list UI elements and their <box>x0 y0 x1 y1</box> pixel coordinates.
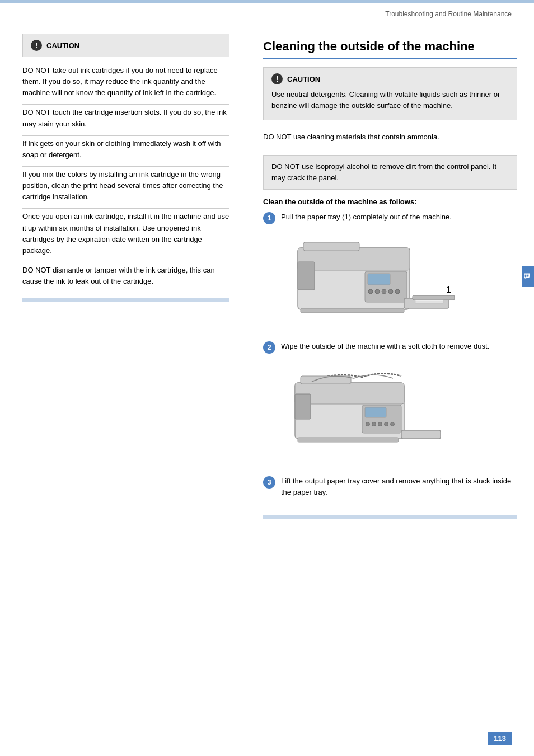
svg-point-25 <box>391 422 395 426</box>
left-para-5: Once you open an ink cartridge, install … <box>22 211 229 262</box>
svg-rect-11 <box>413 295 455 300</box>
svg-point-5 <box>375 289 380 294</box>
svg-rect-3 <box>368 274 390 285</box>
svg-rect-9 <box>298 262 315 290</box>
svg-rect-27 <box>298 438 399 442</box>
warning-ammonia: DO NOT use cleaning materials that conta… <box>263 126 517 143</box>
svg-point-7 <box>388 289 393 294</box>
section-heading-line <box>263 58 517 59</box>
svg-rect-13 <box>301 308 404 313</box>
left-para-1: DO NOT take out ink cartridges if you do… <box>22 65 229 105</box>
svg-rect-28 <box>401 430 441 439</box>
right-caution-header: ! CAUTION <box>271 73 509 84</box>
page-header: Troubleshooting and Routine Maintenance <box>0 3 534 22</box>
svg-point-22 <box>372 422 376 426</box>
left-bottom-bar <box>22 298 229 302</box>
svg-point-23 <box>378 422 382 426</box>
machine-diagram-1: 1 <box>281 231 460 329</box>
svg-point-24 <box>385 422 388 426</box>
left-caution-header: ! CAUTION <box>31 40 221 51</box>
step-2-text: Wipe the outside of the machine with a s… <box>281 341 517 352</box>
svg-rect-14 <box>415 300 443 302</box>
left-para-2: DO NOT touch the cartridge insertion slo… <box>22 107 229 135</box>
left-para-6: DO NOT dismantle or tamper with the ink … <box>22 265 229 293</box>
step-2: 2 Wipe the outside of the machine with a… <box>263 341 517 354</box>
tab-b: B <box>522 266 534 287</box>
svg-point-8 <box>395 289 400 294</box>
right-caution-label: CAUTION <box>287 75 320 83</box>
content-area: ! CAUTION DO NOT take out ink cartridges… <box>0 22 534 530</box>
left-caution-label: CAUTION <box>46 41 79 50</box>
page-number-area: 113 <box>488 732 512 745</box>
left-caution-box: ! CAUTION <box>22 34 229 57</box>
left-para-3: If ink gets on your skin or clothing imm… <box>22 138 229 167</box>
svg-rect-18 <box>295 383 404 404</box>
section-heading: Cleaning the outside of the machine <box>263 39 517 54</box>
right-column: Cleaning the outside of the machine ! CA… <box>246 22 534 530</box>
right-caution-box: ! CAUTION Use neutral detergents. Cleani… <box>263 67 517 120</box>
warning-ammonia-block: DO NOT use cleaning materials that conta… <box>263 126 517 149</box>
warning-isopropyl-block: DO NOT use isopropyl alcohol to remove d… <box>263 155 517 190</box>
machine-diagram-2 <box>281 360 455 464</box>
step-1: 1 Pull the paper tray (1) completely out… <box>263 212 517 224</box>
left-para-4: If you mix the colors by installing an i… <box>22 169 229 209</box>
svg-rect-15 <box>415 302 443 303</box>
svg-text:1: 1 <box>446 285 451 294</box>
svg-rect-26 <box>295 394 311 419</box>
header-title: Troubleshooting and Routine Maintenance <box>385 10 512 18</box>
page-number: 113 <box>488 732 512 745</box>
step-3-number: 3 <box>263 476 275 489</box>
right-caution-text: Use neutral detergents. Cleaning with vo… <box>271 89 509 111</box>
svg-rect-20 <box>365 407 386 417</box>
diagram-1: 1 <box>281 231 517 332</box>
step-1-text: Pull the paper tray (1) completely out o… <box>281 212 517 223</box>
right-bottom-bar <box>263 515 517 519</box>
svg-point-6 <box>382 289 386 294</box>
diagram-2 <box>281 360 517 467</box>
svg-rect-16 <box>303 242 359 251</box>
left-column: ! CAUTION DO NOT take out ink cartridges… <box>0 22 246 530</box>
step-3: 3 Lift the output paper tray cover and r… <box>263 476 517 498</box>
svg-point-4 <box>368 289 373 294</box>
subheading: Clean the outside of the machine as foll… <box>263 198 517 206</box>
step-3-text: Lift the output paper tray cover and rem… <box>281 476 517 498</box>
caution-icon: ! <box>31 40 42 51</box>
svg-point-21 <box>366 422 370 426</box>
right-caution-icon: ! <box>271 73 283 84</box>
step-1-number: 1 <box>263 212 275 224</box>
step-2-number: 2 <box>263 341 275 354</box>
warning-isopropyl: DO NOT use isopropyl alcohol to remove d… <box>271 161 509 184</box>
